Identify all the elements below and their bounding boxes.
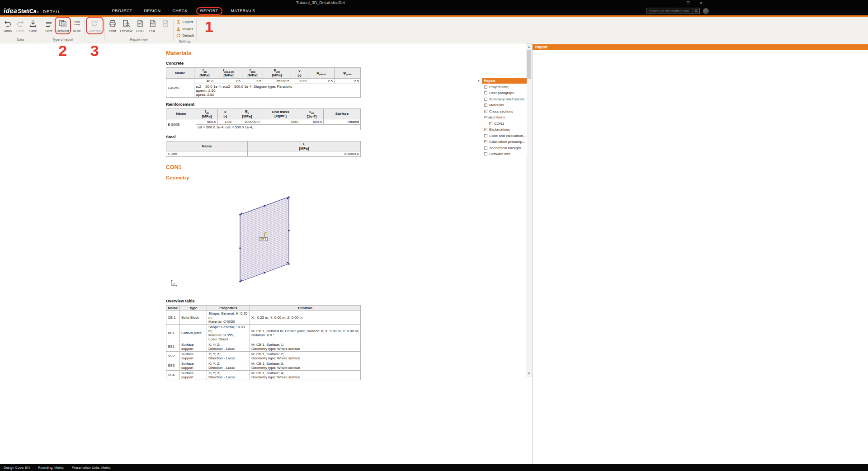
- cell-phi-pres: 2.5: [335, 78, 361, 84]
- concrete-heading: Concrete: [166, 61, 361, 66]
- checkbox-project-data[interactable]: [484, 85, 487, 89]
- print-button[interactable]: Print: [107, 18, 118, 33]
- scroll-down-icon[interactable]: ▼: [526, 371, 532, 376]
- chevron-down-icon[interactable]: ▾: [478, 79, 482, 83]
- minimize-button[interactable]: –: [672, 0, 678, 6]
- titlebar: Tutorial_3D_Detail.ideaDet – □ ×: [0, 0, 868, 6]
- preview-button[interactable]: Preview: [120, 18, 133, 33]
- cell-details: εc2 = 20.0 1e-4, εcu2 = 500.0 1e-4, Diag…: [194, 84, 361, 97]
- menu-check[interactable]: CHECK: [166, 9, 193, 13]
- table-row: SS3 Surface support X; Y; Z; Direction -…: [166, 361, 361, 370]
- col-header-type: Type: [180, 305, 207, 311]
- cell-type: Surface support: [180, 342, 207, 351]
- tree-item-calculation-presumptions[interactable]: ✓ Calculation presump...: [478, 139, 527, 145]
- detailed-button[interactable]: Detailed 2: [56, 18, 70, 33]
- tree-item-theoretical-background[interactable]: Theoretical backgro...: [478, 145, 527, 151]
- annotation-number-2: 2: [58, 42, 67, 60]
- cell-type: Cast-in plate: [180, 324, 207, 342]
- status-presentation-units: Presentation Units: Metric: [72, 466, 111, 470]
- checkbox-theoretical-background[interactable]: [484, 146, 487, 150]
- save-button[interactable]: Save: [28, 18, 38, 33]
- col-header-nu: ν[-]: [291, 68, 308, 79]
- col-header-fck: fck[MPa]: [194, 68, 215, 79]
- steel-table: Name E[MPa] S 355 210000.0: [166, 141, 361, 156]
- tree-item-materials[interactable]: ✓ Materials: [478, 102, 527, 108]
- table-row: SS4 Surface support X; Y; Z; Direction -…: [166, 370, 361, 380]
- report-document: Materials Concrete Name fck[MPa] fctk,0.…: [166, 43, 361, 380]
- export-doc-button[interactable]: DOC DOC: [135, 18, 146, 33]
- checkbox-code-and-calculation[interactable]: [484, 134, 487, 137]
- checkbox-explanations[interactable]: ✓: [484, 128, 487, 131]
- tree-item-summary-brief-results[interactable]: Summary brief results: [478, 96, 527, 103]
- brief-button[interactable]: Brief: [43, 18, 54, 33]
- bom-button[interactable]: BOM: [71, 18, 82, 33]
- table-row: SS1 Surface support X; Y; Z; Direction -…: [166, 342, 361, 351]
- export-dxf-button[interactable]: DXF: [160, 18, 171, 28]
- menu-design[interactable]: DESIGN: [138, 9, 166, 13]
- checkbox-summary-brief-results[interactable]: [484, 98, 487, 101]
- menu-report[interactable]: REPORT 1: [193, 9, 225, 13]
- tree-item-con1[interactable]: ✓ CON1: [478, 121, 527, 127]
- tree-item-code-and-calculation[interactable]: Code and calculation...: [478, 133, 527, 139]
- col-header-unit-mass: Unit mass[kg/m³]: [261, 108, 300, 119]
- search-icon[interactable]: [693, 9, 698, 14]
- search-box[interactable]: [646, 8, 700, 14]
- col-header-surface: Surface: [324, 108, 361, 119]
- tree-item-cross-sections[interactable]: ✓ Cross-sections: [478, 108, 527, 115]
- cell-type: Surface support: [180, 351, 207, 361]
- tree-item-software-info[interactable]: Software info: [478, 151, 527, 157]
- checkbox-materials[interactable]: ✓: [484, 104, 487, 107]
- cell-es: 200000.0: [233, 119, 261, 125]
- close-button[interactable]: ×: [698, 0, 704, 6]
- col-header-name: Name: [166, 305, 180, 311]
- scroll-up-icon[interactable]: ▲: [526, 44, 532, 49]
- ribbon-separator: [196, 19, 197, 41]
- ribbon-group-type-of-report: Brief Detailed 2 BOM Type of report: [41, 17, 85, 43]
- checkbox-software-info[interactable]: [484, 152, 487, 155]
- checkbox-con1[interactable]: ✓: [489, 122, 492, 125]
- default-settings-button[interactable]: Default: [176, 32, 194, 39]
- member-label: CB 1: [259, 237, 268, 241]
- col-header-name: Name: [166, 68, 194, 79]
- cell-type: Surface support: [180, 361, 207, 370]
- maximize-button[interactable]: □: [685, 0, 691, 6]
- generate-button[interactable]: Generate 3: [87, 18, 102, 33]
- cell-fctk: 2.5: [215, 78, 242, 84]
- redo-button[interactable]: Redo: [15, 18, 26, 33]
- menu-materials[interactable]: MATERIALS: [225, 9, 261, 13]
- cell-type: Surface support: [180, 370, 207, 380]
- tree-item-report[interactable]: ▾ Report: [478, 78, 527, 84]
- export-pdf-button[interactable]: PDF PDF: [147, 18, 158, 33]
- cell-name: SS4: [166, 370, 180, 380]
- checkbox-calculation-presumptions[interactable]: ✓: [484, 140, 487, 143]
- account-icon[interactable]: [703, 8, 709, 14]
- ribbon-group-report-view: Print Preview DOC DOC: [105, 17, 173, 43]
- undo-button[interactable]: Undo: [2, 18, 13, 33]
- cell-properties: X; Y; Z; Direction - Local: [207, 351, 250, 361]
- tree-item-explanations[interactable]: ✓ Explanations: [478, 127, 527, 133]
- overview-table-heading: Overview table: [166, 299, 361, 303]
- col-header-e: E[MPa]: [248, 141, 361, 151]
- cell-name: BP1: [166, 324, 180, 342]
- annotation-number-3: 3: [90, 42, 99, 60]
- ribbon-group-generate: Generate 3: [85, 17, 104, 43]
- col-header-fctk: fctk,0.05[MPa]: [215, 68, 242, 79]
- scrollbar-thumb[interactable]: [527, 50, 531, 79]
- overview-table: Name Type Properties Position CB 1 Solid…: [166, 305, 361, 380]
- menu-project[interactable]: PROJECT: [106, 9, 138, 13]
- cell-properties: Shape: General; H: 0.25 m; Material: C40…: [207, 311, 250, 324]
- report-scrollbar[interactable]: ▲ ▼: [526, 43, 532, 377]
- cell-euk: 500.0: [300, 119, 324, 125]
- cell-properties: Shape: General; : 0.03 m; Material: S 35…: [207, 324, 250, 342]
- cell-fck: 40.0: [194, 78, 215, 84]
- col-header-phi-perm: φperm: [308, 68, 335, 79]
- table-row: SS2 Surface support X; Y; Z; Direction -…: [166, 351, 361, 361]
- search-input[interactable]: [649, 9, 693, 13]
- tree-item-project-data[interactable]: Project data: [478, 84, 527, 90]
- checkbox-cross-sections[interactable]: ✓: [484, 110, 487, 113]
- tree-item-user-paragraph[interactable]: User paragraph: [478, 90, 527, 96]
- ribbon-group-data: Undo Redo Save Data: [0, 17, 41, 43]
- checkbox-user-paragraph[interactable]: [484, 91, 487, 94]
- cell-ecm: 35220.5: [263, 78, 291, 84]
- con1-heading: CON1: [166, 164, 361, 170]
